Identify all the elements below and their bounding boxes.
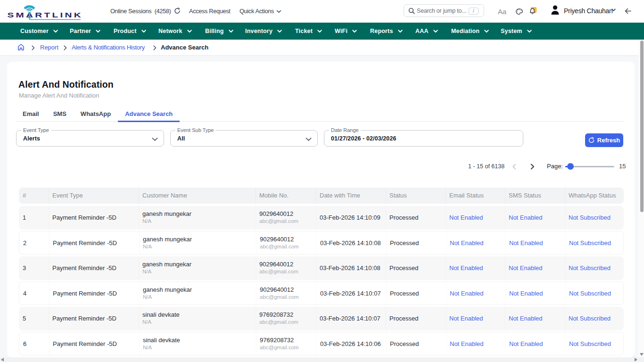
svg-text:SMARTLINK: SMARTLINK bbox=[8, 11, 83, 19]
